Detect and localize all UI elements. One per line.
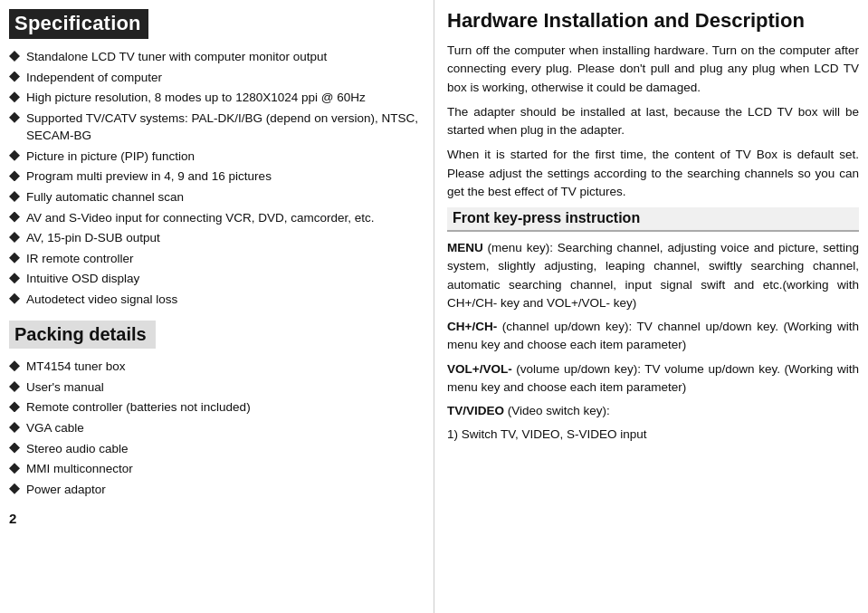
list-item: User's manual: [9, 378, 421, 397]
key-label: MENU: [447, 241, 483, 254]
list-item-text: User's manual: [26, 378, 104, 397]
bullet-icon: [9, 112, 20, 123]
list-item: Autodetect video signal loss: [9, 291, 421, 309]
key-description: (menu key): Searching channel, adjusting…: [447, 241, 859, 310]
list-item-text: AV, 15-pin D-SUB output: [26, 229, 160, 247]
intro-paragraph: Turn off the computer when installing ha…: [447, 42, 859, 97]
bullet-icon: [9, 72, 20, 82]
key-label: CH+/CH-: [447, 320, 497, 333]
list-item-text: AV and S-Video input for connecting VCR,…: [26, 209, 374, 227]
right-body: Turn off the computer when installing ha…: [447, 42, 859, 201]
right-column: Hardware Installation and Description Tu…: [434, 0, 868, 613]
key-label: TV/VIDEO: [447, 404, 504, 417]
bullet-icon: [9, 401, 20, 412]
intro-paragraph: When it is started for the first time, t…: [447, 146, 859, 201]
list-item-text: Autodetect video signal loss: [26, 291, 177, 309]
bullet-icon: [9, 360, 20, 371]
spec-list: Standalone LCD TV tuner with computer mo…: [9, 48, 421, 308]
page: Specification Standalone LCD TV tuner wi…: [0, 0, 868, 613]
list-item: Stereo audio cable: [9, 440, 421, 458]
tv-video-sub: 1) Switch TV, VIDEO, S-VIDEO input: [447, 426, 859, 444]
key-description: (Video switch key):: [504, 404, 610, 417]
bullet-icon: [9, 273, 20, 283]
packing-title: Packing details: [9, 321, 156, 349]
list-item-text: Stereo audio cable: [26, 440, 129, 458]
list-item-text: IR remote controller: [26, 250, 134, 268]
key-entry: CH+/CH- (channel up/down key): TV channe…: [447, 318, 859, 355]
left-column: Specification Standalone LCD TV tuner wi…: [0, 0, 434, 613]
list-item-text: MT4154 tuner box: [26, 358, 126, 376]
list-item: Supported TV/CATV systems: PAL-DK/I/BG (…: [9, 110, 421, 145]
bullet-icon: [9, 91, 20, 102]
list-item: High picture resolution, 8 modes up to 1…: [9, 89, 421, 107]
specification-title: Specification: [9, 9, 148, 39]
bullet-icon: [9, 191, 20, 202]
list-item-text: High picture resolution, 8 modes up to 1…: [26, 89, 366, 107]
key-entry: VOL+/VOL- (volume up/down key): TV volum…: [447, 360, 859, 397]
list-item: Standalone LCD TV tuner with computer mo…: [9, 48, 421, 66]
bullet-icon: [9, 463, 20, 474]
key-label: VOL+/VOL-: [447, 362, 512, 376]
list-item-text: Intuitive OSD display: [26, 270, 139, 288]
bullet-icon: [9, 422, 20, 433]
list-item: MMI multiconnector: [9, 460, 421, 478]
list-item-text: Picture in picture (PIP) function: [26, 148, 195, 166]
list-item: Fully automatic channel scan: [9, 188, 421, 206]
list-item: MT4154 tuner box: [9, 358, 421, 376]
list-item: VGA cable: [9, 419, 421, 437]
list-item: Program multi preview in 4, 9 and 16 pic…: [9, 168, 421, 186]
bullet-icon: [9, 443, 20, 454]
list-item: Picture in picture (PIP) function: [9, 148, 421, 166]
page-number: 2: [9, 511, 421, 526]
packing-list: MT4154 tuner boxUser's manualRemote cont…: [9, 358, 421, 498]
intro-paragraph: The adapter should be installed at last,…: [447, 103, 859, 140]
list-item: AV, 15-pin D-SUB output: [9, 229, 421, 247]
bullet-icon: [9, 484, 20, 494]
list-item-text: MMI multiconnector: [26, 460, 133, 478]
list-item: Power adaptor: [9, 481, 421, 499]
key-entry: TV/VIDEO (Video switch key):: [447, 402, 859, 420]
bullet-icon: [9, 293, 20, 304]
bullet-icon: [9, 170, 20, 181]
list-item: IR remote controller: [9, 250, 421, 268]
list-item-text: Program multi preview in 4, 9 and 16 pic…: [26, 168, 272, 186]
list-item-text: Fully automatic channel scan: [26, 188, 184, 206]
list-item-text: Supported TV/CATV systems: PAL-DK/I/BG (…: [26, 110, 421, 145]
bullet-icon: [9, 381, 20, 392]
bullet-icon: [9, 212, 20, 223]
list-item-text: Standalone LCD TV tuner with computer mo…: [26, 48, 327, 66]
list-item-text: Power adaptor: [26, 481, 106, 499]
list-item-text: Remote controller (batteries not include…: [26, 398, 251, 417]
front-key-title: Front key-press instruction: [447, 207, 859, 232]
bullet-icon: [9, 253, 20, 263]
bullet-icon: [9, 150, 20, 161]
key-section: MENU (menu key): Searching channel, adju…: [447, 239, 859, 445]
list-item: Independent of computer: [9, 69, 421, 87]
list-item-text: Independent of computer: [26, 69, 162, 87]
bullet-icon: [9, 51, 20, 62]
hardware-title: Hardware Installation and Description: [447, 9, 859, 33]
key-entry: MENU (menu key): Searching channel, adju…: [447, 239, 859, 312]
bullet-icon: [9, 232, 20, 243]
list-item-text: VGA cable: [26, 419, 84, 437]
list-item: Intuitive OSD display: [9, 270, 421, 288]
key-description: (channel up/down key): TV channel up/dow…: [447, 320, 859, 351]
list-item: AV and S-Video input for connecting VCR,…: [9, 209, 421, 227]
list-item: Remote controller (batteries not include…: [9, 398, 421, 417]
